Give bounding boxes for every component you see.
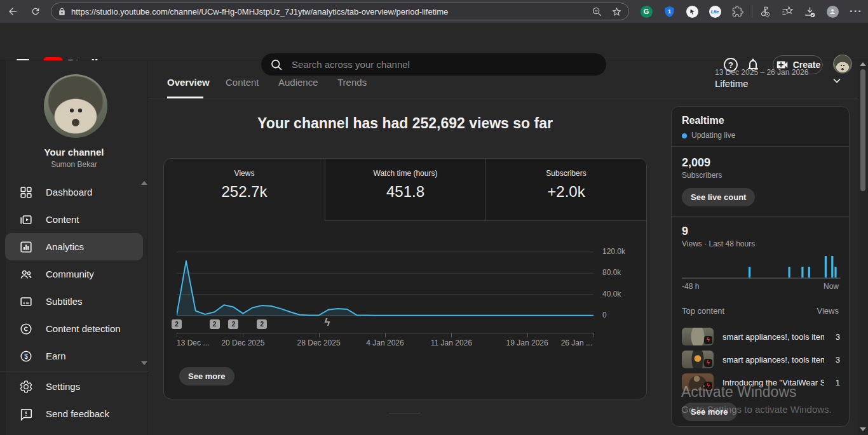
- realtime-bar: [831, 256, 833, 278]
- sidebar-scroll-down-arrow[interactable]: [141, 361, 147, 365]
- sidebar-item-label: Earn: [46, 351, 66, 361]
- metric-tab-views[interactable]: Views 252.7k: [164, 159, 325, 221]
- sidebar-item-send-feedback[interactable]: Send feedback: [0, 400, 148, 427]
- refresh-icon: [31, 6, 41, 17]
- extension-cursor-icon[interactable]: [685, 4, 699, 18]
- x-tick: [527, 333, 528, 337]
- favorites-list-icon[interactable]: [780, 4, 794, 18]
- period-selector[interactable]: Lifetime: [715, 78, 749, 89]
- top-content-row[interactable]: ϟ Introducing the "VitalWear S... 1: [682, 371, 840, 394]
- channel-label: Your channel: [0, 147, 148, 157]
- x-tick-label: 4 Jan 2026: [347, 338, 423, 347]
- sidebar-item-dashboard[interactable]: Dashboard: [0, 178, 148, 206]
- sidebar-item-subtitles[interactable]: Subtitles: [0, 288, 148, 315]
- sidebar-item-label: Analytics: [46, 241, 84, 252]
- date-range-text[interactable]: 13 Dec 2025 – 26 Jan 2026: [715, 68, 868, 77]
- page-scrollbar[interactable]: [858, 60, 868, 435]
- x-tick: [319, 333, 320, 337]
- shorts-icon[interactable]: ϟ: [325, 316, 330, 329]
- x-tick-label: 11 Jan 2026: [413, 338, 489, 347]
- channel-avatar[interactable]: [44, 74, 107, 138]
- realtime-bar-chart[interactable]: [682, 251, 841, 279]
- sidebar-divider: [0, 371, 148, 371]
- y-tick-label: 40.0k: [602, 290, 637, 298]
- scrollbar-thumb[interactable]: [860, 69, 865, 191]
- tab-audience[interactable]: Audience: [278, 77, 318, 88]
- scroll-up-arrow[interactable]: [860, 62, 866, 66]
- y-tick-label: 80.0k: [602, 268, 637, 277]
- realtime-subscribers-label: Subscribers: [682, 171, 722, 180]
- extension-lite-icon[interactable]: Lite: [708, 4, 722, 18]
- overview-chart-card: Views 252.7k Watch time (hours) 451.8 Su…: [163, 158, 647, 399]
- sidebar-scroll-up-arrow[interactable]: [141, 181, 147, 185]
- sidebar: Your channel Sumon Bekar Dashboard Conte…: [0, 60, 148, 435]
- video-thumbnail: ϟ: [682, 328, 714, 345]
- views-area-fill: [177, 261, 593, 316]
- top-content-row[interactable]: ϟ smart appliances!, tools item... 3: [682, 325, 840, 348]
- realtime-bar: [825, 256, 827, 278]
- sidebar-item-content-detection[interactable]: Content detection: [0, 315, 148, 342]
- subtitles-icon: [19, 295, 33, 309]
- sidebar-item-label: Dashboard: [46, 187, 92, 197]
- x-tick: [177, 333, 177, 337]
- scroll-down-arrow[interactable]: [860, 427, 866, 431]
- lock-icon: [58, 8, 66, 16]
- analytics-tabs: Overview Content Audience Trends 13 Dec …: [148, 60, 858, 98]
- sidebar-footer: Settings Send feedback: [0, 373, 148, 427]
- browser-menu-button[interactable]: ···: [849, 4, 863, 18]
- x-tick-label: 26 Jan ...: [561, 338, 592, 347]
- published-content-marker[interactable]: 2: [228, 319, 238, 329]
- sidebar-item-community[interactable]: Community: [0, 260, 148, 288]
- divider: [672, 146, 849, 147]
- published-content-marker[interactable]: 2: [172, 319, 182, 329]
- zoom-out-icon[interactable]: [592, 6, 602, 17]
- y-tick-label: 120.0k: [602, 247, 637, 256]
- sidebar-item-label: Content: [46, 214, 79, 225]
- tab-trends[interactable]: Trends: [337, 77, 367, 88]
- sidebar-item-earn[interactable]: $ Earn: [0, 342, 148, 370]
- realtime-views-count: 9: [682, 225, 688, 238]
- realtime-see-more-button[interactable]: See more: [682, 403, 737, 421]
- tab-overview[interactable]: Overview: [167, 77, 210, 88]
- views-line-chart[interactable]: [177, 235, 593, 318]
- extensions-puzzle-icon[interactable]: [731, 4, 745, 18]
- metric-tab-subscribers[interactable]: Subscribers +2.0k: [485, 159, 646, 221]
- sidebar-item-content[interactable]: Content: [0, 206, 148, 233]
- x-tick-label: 28 Dec 2025: [281, 338, 357, 347]
- sidebar-item-label: Settings: [46, 381, 80, 392]
- shorts-badge-icon: ϟ: [704, 359, 712, 367]
- browser-refresh-button[interactable]: [28, 4, 43, 19]
- y-tick-label: 0: [602, 311, 637, 319]
- see-live-count-button[interactable]: See live count: [682, 188, 755, 206]
- community-icon: [19, 267, 33, 281]
- sidebar-item-label: Send feedback: [46, 408, 109, 419]
- metric-tab-watch-time[interactable]: Watch time (hours) 451.8: [325, 159, 485, 221]
- browser-back-button[interactable]: [5, 4, 20, 19]
- bookmark-star-icon[interactable]: [611, 6, 622, 17]
- sidebar-item-label: Community: [46, 269, 94, 279]
- sidebar-item-analytics[interactable]: Analytics: [5, 233, 143, 260]
- published-content-marker[interactable]: 2: [210, 319, 220, 329]
- svg-text:1: 1: [668, 8, 671, 15]
- top-content-views-header: Views: [817, 306, 839, 316]
- realtime-status: Updating live: [691, 131, 735, 140]
- downloads-icon[interactable]: [803, 4, 817, 18]
- back-arrow-icon: [7, 6, 18, 17]
- top-content-row[interactable]: ϟ smart appliances!, tools item... 3: [682, 348, 840, 371]
- metric-tabs: Views 252.7k Watch time (hours) 451.8 Su…: [164, 159, 646, 221]
- feedback-icon: [19, 407, 33, 421]
- chart-see-more-button[interactable]: See more: [179, 367, 234, 385]
- analytics-icon: [19, 240, 33, 254]
- browser-profile-avatar[interactable]: [825, 4, 839, 18]
- chevron-down-icon[interactable]: [831, 74, 843, 87]
- x-tick: [243, 333, 243, 337]
- realtime-card: Realtime Updating live 2,009 Subscribers…: [671, 106, 850, 427]
- media-playing-icon[interactable]: [757, 4, 771, 18]
- published-content-marker[interactable]: 2: [257, 319, 267, 329]
- extension-shield-icon[interactable]: 1: [662, 4, 676, 18]
- sidebar-item-settings[interactable]: Settings: [0, 373, 148, 400]
- sidebar-item-label: Subtitles: [46, 296, 83, 307]
- tab-content[interactable]: Content: [226, 77, 259, 88]
- extension-grammarly-icon[interactable]: G: [639, 4, 653, 18]
- address-bar[interactable]: https://studio.youtube.com/channel/UCw-f…: [51, 3, 629, 20]
